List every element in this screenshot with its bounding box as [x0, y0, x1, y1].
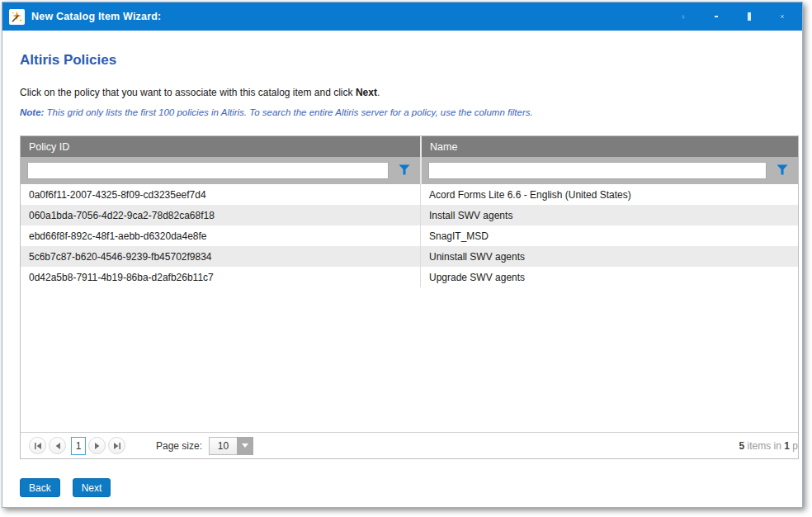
- instruction-prefix: Click on the policy that you want to ass…: [20, 87, 356, 98]
- wizard-window: New Catalog Item Wizard:: [2, 2, 803, 508]
- last-page-icon[interactable]: [108, 437, 125, 454]
- policy-name-cell: Acord Forms Lite 6.6 - English (United S…: [420, 184, 798, 205]
- policy-id-cell: 060a1bda-7056-4d22-9ca2-78d82ca68f18: [21, 205, 420, 225]
- close-icon[interactable]: [776, 10, 789, 23]
- instruction-next-keyword: Next: [356, 87, 377, 98]
- name-filter-button[interactable]: [767, 157, 798, 184]
- wizard-icon: [9, 9, 25, 25]
- page-title: Altiris Policies: [20, 52, 802, 69]
- instruction-suffix: .: [377, 87, 380, 98]
- next-button[interactable]: Next: [73, 478, 111, 497]
- next-page-icon[interactable]: [88, 437, 106, 454]
- pages-text: p: [790, 440, 798, 452]
- back-button[interactable]: Back: [20, 478, 60, 497]
- grid-filter-row: [21, 157, 798, 184]
- pager-status: 5 items in 1 p: [739, 440, 798, 452]
- policy-name-cell: Uninstall SWV agents: [420, 246, 798, 267]
- table-row[interactable]: 5c6b7c87-b620-4546-9239-fb45702f9834 Uni…: [21, 246, 798, 267]
- filter-funnel-icon: [777, 164, 788, 178]
- policy-id-filter-button[interactable]: [389, 157, 420, 184]
- page-size-dropdown[interactable]: 10: [209, 437, 253, 455]
- note-text: Note: This grid only lists the first 100…: [20, 107, 802, 117]
- wizard-footer: Back Next: [20, 478, 802, 497]
- items-text: items in: [744, 440, 784, 452]
- filter-funnel-icon: [399, 164, 410, 178]
- minimize-icon[interactable]: [710, 10, 723, 23]
- first-page-icon[interactable]: [29, 437, 46, 454]
- policy-id-cell: 0a0f6f11-2007-4325-8f09-cd3235eef7d4: [21, 184, 420, 205]
- column-header-policy-id[interactable]: Policy ID: [21, 136, 420, 157]
- prev-page-icon[interactable]: [49, 437, 66, 454]
- page-size-value: 10: [209, 437, 237, 455]
- titlebar[interactable]: New Catalog Item Wizard:: [2, 2, 802, 31]
- refresh-icon[interactable]: [677, 10, 690, 23]
- grid-header-row: Policy ID Name: [21, 136, 798, 157]
- instruction-text: Click on the policy that you want to ass…: [20, 87, 802, 98]
- policy-id-cell: 5c6b7c87-b620-4546-9239-fb45702f9834: [21, 246, 420, 267]
- dropdown-arrow-icon[interactable]: [237, 437, 253, 455]
- pages-count: 1: [784, 440, 790, 452]
- wizard-content: Altiris Policies Click on the policy tha…: [2, 31, 802, 507]
- current-page-indicator[interactable]: 1: [71, 437, 86, 455]
- column-header-name[interactable]: Name: [420, 136, 798, 157]
- policy-id-cell: ebd66f8f-892c-48f1-aebb-d6320da4e8fe: [21, 225, 420, 246]
- table-body: 0a0f6f11-2007-4325-8f09-cd3235eef7d4 Aco…: [21, 184, 798, 432]
- note-body: This grid only lists the first 100 polic…: [44, 107, 532, 117]
- maximize-icon[interactable]: [743, 10, 756, 23]
- name-filter-input[interactable]: [428, 162, 767, 179]
- table-row[interactable]: 0d42a5b8-7911-4b19-86ba-d2afb26b11c7 Upg…: [21, 267, 798, 287]
- policy-id-filter-input[interactable]: [27, 162, 389, 179]
- page-size-label: Page size:: [156, 440, 202, 452]
- window-title: New Catalog Item Wizard:: [31, 11, 677, 22]
- policy-id-cell: 0d42a5b8-7911-4b19-86ba-d2afb26b11c7: [21, 267, 420, 287]
- note-label: Note:: [20, 107, 44, 117]
- table-row[interactable]: ebd66f8f-892c-48f1-aebb-d6320da4e8fe Sna…: [21, 225, 798, 246]
- policy-name-cell: Install SWV agents: [420, 205, 798, 225]
- policy-name-cell: SnagIT_MSD: [420, 225, 798, 246]
- policies-grid: Policy ID Name: [20, 135, 799, 459]
- table-row[interactable]: 0a0f6f11-2007-4325-8f09-cd3235eef7d4 Aco…: [21, 184, 798, 205]
- grid-pager: 1 Page size: 10 5 items in: [21, 432, 798, 458]
- policy-name-cell: Upgrade SWV agents: [420, 267, 798, 287]
- table-row[interactable]: 060a1bda-7056-4d22-9ca2-78d82ca68f18 Ins…: [21, 205, 798, 225]
